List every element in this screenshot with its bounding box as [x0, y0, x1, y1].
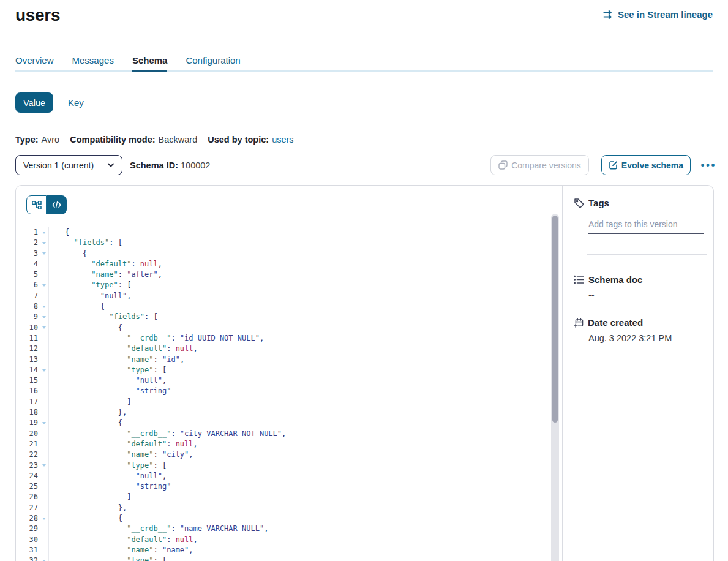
evolve-schema-button[interactable]: Evolve schema	[601, 155, 691, 175]
fold-toggle-icon[interactable]	[38, 555, 48, 561]
schema-sidebar: Tags Schema doc -- Date created	[563, 186, 713, 561]
fold-toggle-icon[interactable]	[38, 513, 48, 524]
code-line: 17 ]	[16, 397, 546, 407]
line-number: 30	[16, 535, 38, 545]
line-number: 20	[16, 429, 38, 439]
fold-toggle-icon[interactable]	[38, 238, 48, 248]
code-line: 10 {	[16, 323, 546, 333]
code-text: {	[48, 249, 87, 259]
code-text: ]	[48, 397, 131, 407]
line-number: 16	[16, 386, 38, 396]
more-actions-button[interactable]: •••	[699, 159, 713, 171]
tab-messages[interactable]: Messages	[72, 55, 114, 72]
version-select[interactable]: Version 1 (current)	[15, 155, 122, 175]
code-view-button[interactable]	[47, 195, 67, 214]
fold-toggle-icon[interactable]	[38, 280, 48, 290]
line-number: 10	[16, 323, 38, 333]
code-text: {	[48, 301, 105, 312]
compare-versions-label: Compare versions	[511, 160, 581, 170]
fold-spacer	[38, 535, 48, 545]
page-title: users	[15, 5, 60, 26]
tags-title: Tags	[588, 198, 609, 208]
fold-toggle-icon[interactable]	[38, 323, 48, 333]
code-line: 30 "default": null,	[16, 535, 546, 545]
code-line: 6 "type": [	[16, 280, 546, 290]
fold-toggle-icon[interactable]	[38, 461, 48, 471]
tree-view-button[interactable]	[26, 195, 47, 214]
line-number: 31	[16, 545, 38, 555]
topic-link[interactable]: users	[272, 135, 293, 145]
code-text: "null",	[48, 291, 131, 301]
fold-toggle-icon[interactable]	[38, 301, 48, 312]
code-text: "__crdb__": "city VARCHAR NOT NULL",	[48, 429, 286, 439]
code-line: 25 "string"	[16, 481, 546, 492]
fold-spacer	[38, 291, 48, 301]
code-line: 3 {	[16, 249, 546, 259]
schema-page: users See in Stream lineage Overview Mes…	[0, 0, 728, 561]
value-toggle-button[interactable]: Value	[15, 92, 53, 113]
schema-id: Schema ID: 100002	[130, 160, 210, 170]
line-number: 14	[16, 365, 38, 375]
tag-icon	[574, 198, 584, 208]
fold-toggle-icon[interactable]	[38, 312, 48, 322]
code-text: "null",	[48, 375, 167, 386]
fold-spacer	[38, 259, 48, 269]
code-text: {	[48, 418, 122, 428]
line-number: 25	[16, 481, 38, 492]
tab-bar: Overview Messages Schema Configuration	[15, 55, 713, 72]
code-text: "default": null,	[48, 439, 198, 450]
tags-section-header: Tags	[574, 198, 704, 208]
editor-mode-toggle	[26, 195, 67, 214]
compare-versions-button[interactable]: Compare versions	[490, 155, 589, 175]
line-number: 17	[16, 397, 38, 407]
fold-toggle-icon[interactable]	[38, 365, 48, 375]
fold-spacer	[38, 503, 48, 513]
code-view-icon	[52, 201, 61, 208]
code-line: 19 {	[16, 418, 546, 428]
list-icon	[574, 275, 584, 284]
fold-spacer	[38, 545, 48, 555]
fold-spacer	[38, 269, 48, 280]
editor-scrollbar-thumb[interactable]	[552, 216, 558, 423]
code-line: 29 "__crdb__": "name VARCHAR NULL",	[16, 524, 546, 534]
version-toolbar: Version 1 (current) Schema ID: 100002 Co…	[15, 155, 713, 175]
code-text: "name": "name",	[48, 545, 193, 555]
code-line: 20 "__crdb__": "city VARCHAR NOT NULL",	[16, 429, 546, 439]
code-line: 21 "default": null,	[16, 439, 546, 450]
type-label: Type:	[15, 135, 39, 145]
code-line: 23 "type": [	[16, 461, 546, 471]
code-line: 16 "string"	[16, 386, 546, 396]
compare-versions-icon	[498, 160, 508, 170]
fold-spacer	[38, 397, 48, 407]
tab-schema[interactable]: Schema	[132, 55, 168, 72]
code-text: "string"	[48, 481, 171, 492]
code-editor[interactable]: 1{2 "fields": [3 {4 "default": null,5 "n…	[16, 227, 546, 561]
code-text: "type": [	[48, 461, 167, 471]
line-number: 28	[16, 513, 38, 524]
code-line: 15 "null",	[16, 375, 546, 386]
key-toggle-button[interactable]: Key	[53, 92, 84, 113]
fold-toggle-icon[interactable]	[38, 227, 48, 238]
fold-toggle-icon[interactable]	[38, 249, 48, 259]
fold-spacer	[38, 375, 48, 386]
code-text: },	[48, 407, 127, 418]
fold-spacer	[38, 386, 48, 396]
stream-lineage-link[interactable]: See in Stream lineage	[603, 9, 713, 20]
code-text: "default": null,	[48, 344, 198, 354]
code-text: "null",	[48, 471, 167, 481]
line-number: 12	[16, 344, 38, 354]
tab-overview[interactable]: Overview	[15, 55, 54, 72]
line-number: 8	[16, 301, 38, 312]
sidebar-divider	[587, 254, 707, 255]
line-number: 3	[16, 249, 38, 259]
fold-spacer	[38, 355, 48, 365]
line-number: 15	[16, 375, 38, 386]
tags-input[interactable]	[588, 219, 704, 234]
line-number: 29	[16, 524, 38, 534]
fold-spacer	[38, 492, 48, 502]
fold-toggle-icon[interactable]	[38, 418, 48, 428]
fold-spacer	[38, 333, 48, 344]
value-key-toggle: Value Key	[15, 92, 713, 113]
tab-configuration[interactable]: Configuration	[186, 55, 240, 72]
line-number: 4	[16, 259, 38, 269]
